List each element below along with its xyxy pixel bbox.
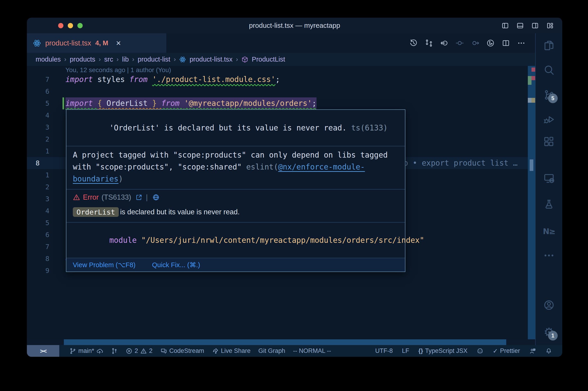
accounts-icon[interactable]	[543, 299, 555, 311]
error-hover-popup: 'OrderList' is declared but its value is…	[66, 109, 405, 272]
identifier-token: OrderList	[107, 99, 148, 108]
split-editor-icon[interactable]	[502, 39, 510, 47]
open-external-icon[interactable]	[135, 194, 143, 201]
codestream-item[interactable]: CodeStream	[160, 347, 204, 355]
breadcrumb-product-list-folder[interactable]: product-list	[138, 56, 170, 63]
vim-mode-item[interactable]: -- NORMAL --	[293, 347, 331, 355]
react-icon	[179, 56, 186, 63]
git-graph-view-icon[interactable]	[486, 39, 495, 47]
compare-changes-icon[interactable]	[425, 39, 433, 47]
toggle-secondary-sidebar-icon[interactable]	[531, 22, 539, 30]
notifications-item[interactable]	[545, 348, 552, 355]
breadcrumb-separator: ›	[236, 56, 238, 63]
copilot-icon	[477, 348, 484, 355]
module-keyword: module	[109, 236, 141, 245]
feedback-item[interactable]	[529, 348, 536, 355]
tab-close-icon[interactable]: ×	[116, 39, 121, 47]
vscode-window: product-list.tsx — myreactapp product-li…	[27, 18, 562, 357]
run-debug-view-icon[interactable]	[543, 113, 555, 125]
rule-source-open: eslint(	[246, 162, 278, 171]
ruler-mark-warning	[531, 98, 535, 103]
line-number: 4	[27, 109, 66, 121]
code-line: 5 import { OrderList } from '@myreactapp…	[27, 98, 535, 109]
scrollbar-thumb[interactable]	[530, 159, 533, 171]
navigate-back-change-icon[interactable]	[440, 39, 449, 47]
nx-console-view-icon[interactable]: N≥	[543, 225, 555, 237]
keyword-token: import	[66, 75, 97, 84]
extensions-view-icon[interactable]	[543, 136, 555, 148]
remote-explorer-view-icon[interactable]	[543, 172, 555, 184]
code-editor[interactable]: You, 12 seconds ago | 1 author (You) 7 i…	[27, 66, 535, 339]
git-branch-icon	[69, 348, 76, 355]
prettier-item[interactable]: ✓ Prettier	[493, 347, 520, 355]
source-control-view-icon[interactable]: 5	[543, 89, 555, 101]
punct-token: ;	[275, 75, 280, 84]
ruler-mark-added	[528, 76, 531, 85]
breadcrumb-src[interactable]: src	[104, 56, 113, 63]
tab-product-list[interactable]: product-list.tsx 4, M ×	[27, 33, 166, 53]
ruler-mark-deleted	[531, 68, 535, 72]
globe-icon[interactable]	[152, 194, 160, 201]
previous-change-icon[interactable]	[455, 39, 464, 47]
toggle-sidebar-icon[interactable]	[501, 22, 509, 30]
testing-view-icon[interactable]	[543, 198, 555, 210]
view-problem-action[interactable]: View Problem (⌥F8)	[73, 261, 136, 269]
identifier-token: styles	[97, 75, 129, 84]
breadcrumb-separator: ›	[174, 56, 176, 63]
more-actions-icon[interactable]	[517, 39, 525, 47]
line-number: 7	[27, 241, 66, 253]
line-number: 1	[27, 169, 66, 181]
horizontal-scrollbar[interactable]	[64, 339, 506, 345]
error-count: 2	[135, 347, 138, 355]
gitgraph-item[interactable]: Git Graph	[258, 347, 285, 355]
error-status-row: Error (TS6133) |	[73, 193, 399, 202]
breadcrumb-separator: ›	[64, 56, 66, 63]
breadcrumb-modules[interactable]: modules	[36, 56, 61, 63]
gitgraph-label: Git Graph	[258, 347, 285, 355]
overview-ruler[interactable]	[528, 66, 535, 339]
customize-layout-icon[interactable]	[546, 22, 554, 30]
breadcrumb-lib[interactable]: lib	[122, 56, 129, 63]
additional-views-icon[interactable]	[543, 249, 555, 261]
timeline-history-icon[interactable]	[409, 39, 418, 47]
breadcrumb-products[interactable]: products	[70, 56, 95, 63]
explorer-view-icon[interactable]	[543, 39, 555, 51]
status-bar: >< main* 2 2 CodeStream Live	[27, 345, 562, 357]
eol-item[interactable]: LF	[402, 347, 409, 355]
brace-token: {	[97, 99, 107, 108]
line-number: 8	[27, 253, 66, 265]
language-item[interactable]: {} TypeScript JSX	[419, 347, 468, 355]
hover-message: 'OrderList' is declared but its value is…	[109, 123, 347, 132]
line-number: 9	[27, 265, 66, 277]
remote-indicator[interactable]: ><	[27, 345, 59, 357]
next-change-icon[interactable]	[471, 39, 479, 47]
codestream-icon	[160, 348, 167, 355]
toggle-panel-icon[interactable]	[516, 22, 524, 30]
quick-fix-action[interactable]: Quick Fix... (⌘.)	[152, 261, 200, 269]
breadcrumb-symbol[interactable]: ProductList	[252, 56, 285, 63]
problems-item[interactable]: 2 2	[126, 347, 153, 355]
string-token: '@myreactapp/modules/orders'	[184, 99, 312, 108]
module-path-row: module "/Users/juri/nrwl/content/myreact…	[66, 222, 405, 258]
settings-badge: 1	[548, 331, 558, 340]
git-branch-item[interactable]: main*	[69, 347, 103, 355]
eslint-rule-message: A project tagged with "scope:products" c…	[66, 146, 405, 189]
activity-bar: 5 N≥ ⚙ 1	[535, 33, 562, 345]
error-detail-text: is declared but its value is never read.	[120, 208, 240, 216]
settings-gear-icon[interactable]: ⚙ 1	[543, 326, 555, 338]
line-number: 5	[27, 217, 66, 229]
copilot-item[interactable]	[477, 348, 484, 355]
liveshare-item[interactable]: Live Share	[212, 347, 251, 355]
window-title: product-list.tsx — myreactapp	[27, 18, 562, 33]
selected-import-line: import { OrderList } from '@myreactapp/m…	[66, 98, 317, 109]
ruler-mark-info	[528, 98, 531, 103]
current-line-number: 8	[27, 157, 66, 169]
errors-icon	[126, 348, 133, 355]
breadcrumb-file[interactable]: product-list.tsx	[189, 56, 233, 63]
line-number: 2	[27, 133, 66, 145]
search-view-icon[interactable]	[543, 64, 555, 76]
scm-graph-item[interactable]	[111, 348, 118, 355]
rule-source-close: )	[118, 174, 123, 183]
encoding-item[interactable]: UTF-8	[375, 347, 393, 355]
vim-mode-label: -- NORMAL --	[293, 347, 331, 355]
